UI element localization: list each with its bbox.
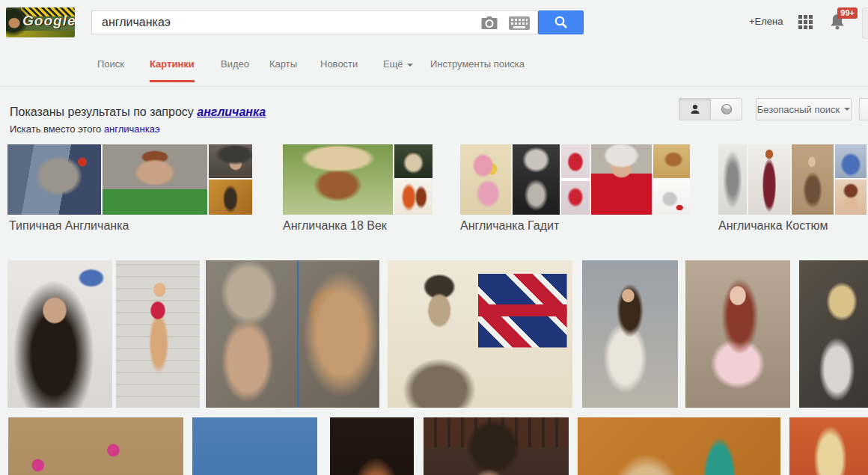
image-result-thumb[interactable] <box>578 417 780 475</box>
image-result-thumb[interactable] <box>789 417 868 475</box>
image-result-thumb[interactable] <box>582 260 678 408</box>
image-result-thumb[interactable] <box>388 260 572 408</box>
image-result-thumb[interactable] <box>7 260 112 408</box>
image-result-thumb[interactable] <box>685 260 790 408</box>
image-result-thumb[interactable] <box>8 417 183 475</box>
image-grid <box>0 0 868 475</box>
image-result-thumb[interactable] <box>424 417 569 475</box>
image-result-thumb[interactable] <box>206 260 379 408</box>
image-result-thumb[interactable] <box>192 417 317 475</box>
image-result-thumb[interactable] <box>116 260 200 408</box>
image-result-thumb[interactable] <box>330 417 414 475</box>
image-result-thumb[interactable] <box>799 260 868 408</box>
